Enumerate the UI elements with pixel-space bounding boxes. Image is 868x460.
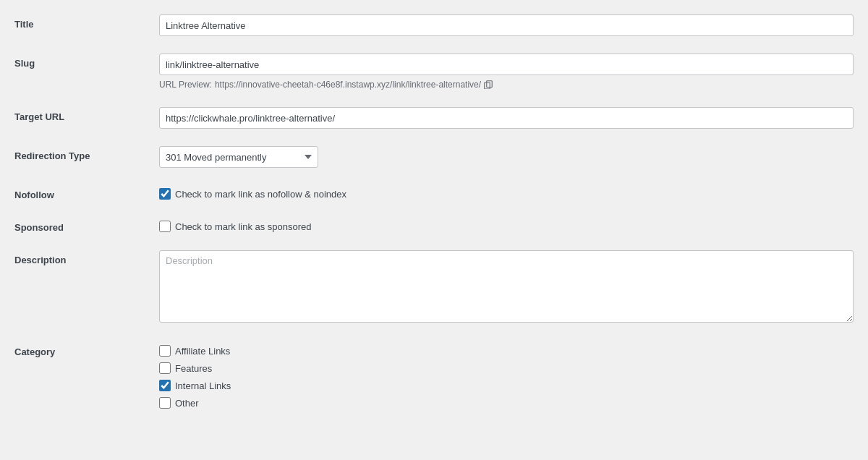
category-item-other: Other [159,397,854,409]
nofollow-field: Check to mark link as nofollow & noindex [159,185,854,200]
description-field [159,250,854,325]
category-label-features[interactable]: Features [175,363,212,374]
title-row: Title [14,14,854,39]
nofollow-label: Nofollow [14,185,159,200]
slug-input[interactable] [159,54,854,75]
nofollow-row: Nofollow Check to mark link as nofollow … [14,185,854,203]
sponsored-label: Sponsored [14,218,159,233]
redirection-type-row: Redirection Type 301 Moved permanently 3… [14,146,854,171]
title-input[interactable] [159,14,854,36]
nofollow-checkbox[interactable] [159,188,171,200]
nofollow-checkbox-label[interactable]: Check to mark link as nofollow & noindex [175,189,346,200]
redirection-type-field: 301 Moved permanently 302 Found 307 Temp… [159,146,854,168]
slug-label: Slug [14,54,159,69]
svg-rect-0 [487,81,493,88]
category-item-affiliate: Affiliate Links [159,345,854,357]
nofollow-checkbox-row: Check to mark link as nofollow & noindex [159,185,854,200]
copy-icon[interactable] [484,80,493,89]
category-item-features: Features [159,362,854,374]
sponsored-checkbox-label[interactable]: Check to mark link as sponsored [175,221,312,232]
svg-rect-1 [485,82,490,89]
category-row: Category Affiliate Links Features Intern… [14,342,854,412]
category-label-affiliate[interactable]: Affiliate Links [175,346,230,357]
category-label-other[interactable]: Other [175,398,199,409]
category-checkbox-affiliate[interactable] [159,345,171,357]
slug-field: URL Preview: https://innovative-cheetah-… [159,54,854,90]
title-label: Title [14,14,159,30]
url-preview: URL Preview: https://innovative-cheetah-… [159,80,854,90]
url-preview-prefix: URL Preview: [159,80,212,90]
title-field [159,14,854,36]
redirection-type-select[interactable]: 301 Moved permanently 302 Found 307 Temp… [159,146,318,168]
target-url-input[interactable] [159,107,854,129]
category-field: Affiliate Links Features Internal Links … [159,342,854,409]
target-url-row: Target URL [14,107,854,132]
category-checkbox-internal[interactable] [159,380,171,391]
category-label-internal[interactable]: Internal Links [175,380,231,391]
category-item-internal: Internal Links [159,380,854,391]
redirection-type-label: Redirection Type [14,146,159,161]
target-url-field [159,107,854,129]
url-preview-value: https://innovative-cheetah-c46e8f.instaw… [215,80,481,90]
category-label: Category [14,342,159,357]
description-row: Description [14,250,854,328]
settings-form: Title Slug URL Preview: https://innovati… [0,0,868,440]
target-url-label: Target URL [14,107,159,122]
description-label: Description [14,250,159,265]
sponsored-row: Sponsored Check to mark link as sponsore… [14,218,854,236]
description-textarea[interactable] [159,250,854,323]
slug-row: Slug URL Preview: https://innovative-che… [14,54,854,93]
category-checkbox-other[interactable] [159,397,171,409]
category-list: Affiliate Links Features Internal Links … [159,342,854,409]
sponsored-checkbox[interactable] [159,221,171,232]
sponsored-field: Check to mark link as sponsored [159,218,854,232]
sponsored-checkbox-row: Check to mark link as sponsored [159,218,854,232]
category-checkbox-features[interactable] [159,362,171,374]
